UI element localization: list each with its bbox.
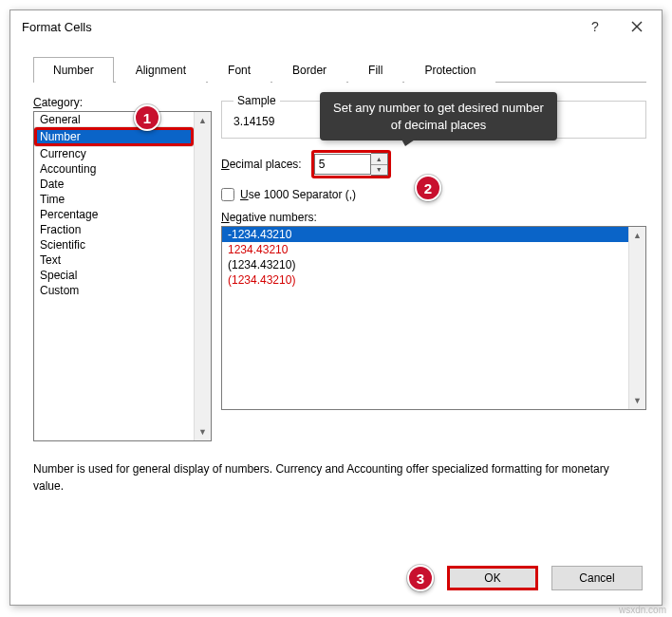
tab-fill[interactable]: Fill bbox=[348, 57, 402, 83]
negative-numbers-label: Negative numbers: bbox=[221, 211, 646, 224]
scroll-down-icon[interactable] bbox=[629, 392, 645, 409]
dialog-title: Format Cells bbox=[22, 20, 574, 34]
tab-font[interactable]: Font bbox=[208, 57, 271, 83]
list-item[interactable]: Text bbox=[34, 252, 194, 268]
category-label: Category: bbox=[33, 96, 214, 109]
scrollbar[interactable] bbox=[194, 112, 211, 440]
watermark: wsxdn.com bbox=[619, 605, 666, 615]
spinner-up-button[interactable]: ▲ bbox=[371, 154, 387, 165]
list-item[interactable]: General bbox=[34, 112, 194, 127]
category-listbox[interactable]: General Number Currency Accounting Date … bbox=[33, 111, 212, 441]
negative-numbers-listbox[interactable]: -1234.43210 1234.43210 (1234.43210) (123… bbox=[221, 226, 646, 410]
titlebar: Format Cells ? bbox=[10, 10, 662, 43]
annotation-badge-3: 3 bbox=[407, 565, 434, 591]
list-item[interactable]: Number bbox=[34, 127, 194, 146]
sample-legend: Sample bbox=[233, 94, 280, 107]
list-item[interactable]: Fraction bbox=[34, 222, 194, 237]
list-item[interactable]: Scientific bbox=[34, 237, 194, 252]
decimal-places-spinner: ▲ ▼ bbox=[311, 150, 391, 178]
list-item[interactable]: (1234.43210) bbox=[222, 257, 628, 272]
annotation-badge-1: 1 bbox=[134, 104, 160, 131]
list-item[interactable]: Date bbox=[34, 177, 194, 192]
list-item[interactable]: Accounting bbox=[34, 161, 194, 177]
annotation-tooltip: Set any number to get desired number of … bbox=[320, 92, 557, 140]
help-button[interactable]: ? bbox=[574, 12, 616, 41]
tab-border[interactable]: Border bbox=[272, 57, 346, 83]
scroll-up-icon[interactable] bbox=[195, 112, 211, 129]
tab-protection[interactable]: Protection bbox=[404, 57, 495, 83]
scroll-up-icon[interactable] bbox=[629, 227, 645, 244]
spinner-down-button[interactable]: ▼ bbox=[371, 165, 387, 176]
close-icon bbox=[631, 21, 643, 32]
list-item[interactable]: -1234.43210 bbox=[222, 227, 628, 242]
decimal-places-input[interactable] bbox=[314, 154, 371, 175]
list-item[interactable]: (1234.43210) bbox=[222, 272, 628, 288]
description-text: Number is used for general display of nu… bbox=[10, 441, 662, 495]
list-item[interactable]: Percentage bbox=[34, 207, 194, 222]
tabstrip: Number Alignment Font Border Fill Protec… bbox=[33, 56, 662, 82]
decimal-places-label: Decimal places: bbox=[221, 158, 302, 171]
ok-button[interactable]: OK bbox=[447, 566, 538, 590]
list-item[interactable]: Special bbox=[34, 268, 194, 283]
annotation-badge-2: 2 bbox=[415, 175, 441, 201]
scrollbar[interactable] bbox=[628, 227, 645, 409]
format-cells-dialog: Format Cells ? Number Alignment Font Bor… bbox=[9, 9, 663, 606]
close-button[interactable] bbox=[616, 12, 658, 41]
tab-alignment[interactable]: Alignment bbox=[116, 57, 206, 83]
list-item[interactable]: Time bbox=[34, 192, 194, 207]
tab-number[interactable]: Number bbox=[33, 57, 114, 83]
list-item[interactable]: 1234.43210 bbox=[222, 242, 628, 257]
list-item[interactable]: Custom bbox=[34, 283, 194, 298]
list-item[interactable]: Currency bbox=[34, 146, 194, 161]
thousands-separator-label: Use 1000 Separator (,) bbox=[240, 188, 356, 201]
scroll-down-icon[interactable] bbox=[195, 423, 211, 440]
cancel-button[interactable]: Cancel bbox=[551, 566, 643, 590]
thousands-separator-checkbox[interactable] bbox=[221, 188, 234, 201]
